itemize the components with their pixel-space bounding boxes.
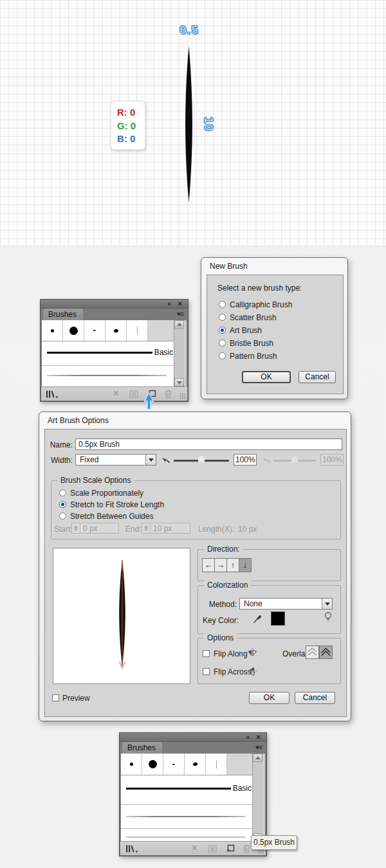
brush-libraries-icon[interactable]	[45, 390, 59, 399]
remove-brush-stroke-icon: ✕	[191, 844, 198, 853]
brush-thumb-thin-line[interactable]	[206, 754, 227, 775]
radio-scale-proportionately[interactable]	[59, 489, 66, 496]
direction-right-button[interactable]: →	[214, 558, 227, 572]
radio-stretch-to-fit[interactable]	[59, 501, 66, 508]
direction-up-button[interactable]: ↑	[226, 558, 239, 572]
radio-bristle-brush[interactable]	[219, 339, 226, 347]
new-brush-icon[interactable]	[226, 844, 235, 853]
radio-art-brush[interactable]	[219, 327, 226, 334]
panel-header: « ✕	[41, 300, 188, 309]
cancel-button[interactable]: Cancel	[299, 371, 336, 383]
start-field: 0 px	[71, 523, 119, 534]
scroll-up-button[interactable]	[253, 754, 262, 762]
name-label: Name:	[49, 440, 73, 449]
brush-libraries-icon[interactable]	[125, 844, 139, 853]
close-panel-icon[interactable]: ✕	[178, 300, 183, 309]
rgb-green-line: G: 0	[117, 120, 145, 133]
radio-calligraphic-brush-label[interactable]: Calligraphic Brush	[230, 300, 292, 309]
art-brush-dialog-body: Name: 0.5px Brush Width: Fixed 100% 100%…	[44, 429, 347, 717]
preview-checkbox[interactable]	[52, 694, 59, 701]
direction-legend: Direction:	[204, 545, 243, 554]
brush-name-input[interactable]: 0.5px Brush	[75, 439, 342, 450]
spinner-icon	[142, 523, 151, 533]
scrollbar[interactable]	[252, 754, 262, 842]
radio-pattern-brush-label[interactable]: Pattern Brush	[230, 352, 277, 361]
brush-row-gray[interactable]	[42, 366, 174, 386]
radio-stretch-between-guides-label[interactable]: Stretch Between Guides	[70, 512, 153, 521]
key-color-label: Key Color:	[203, 616, 239, 625]
dropdown-arrow-icon	[145, 455, 156, 465]
cancel-button[interactable]: Cancel	[295, 692, 335, 704]
flip-along-checkbox[interactable]	[203, 650, 210, 657]
brush-thumb-dot-small[interactable]	[121, 754, 142, 775]
brush-thumb-thin-line[interactable]	[127, 320, 148, 341]
brush-type-prompt: Select a new brush type:	[217, 284, 302, 293]
ok-button[interactable]: OK	[249, 692, 290, 704]
direction-left-button[interactable]: ←	[202, 558, 215, 572]
radio-scatter-brush[interactable]	[219, 314, 226, 321]
dialog-title: Art Brush Options	[48, 416, 109, 425]
direction-down-button[interactable]: ↓	[239, 558, 252, 572]
brush-row-new[interactable]	[121, 829, 253, 842]
brush-row-basic[interactable]: Basic	[121, 775, 253, 805]
panel-resize-grip[interactable]	[179, 393, 186, 399]
remove-brush-stroke-icon: ✕	[113, 389, 119, 398]
overlap-none-button[interactable]	[306, 646, 319, 659]
panel-menu-icon[interactable]: ▾≡	[177, 310, 183, 318]
brush-scale-options-group: Brush Scale Options Scale Proportionatel…	[51, 480, 341, 539]
brush-thumb-speck[interactable]	[84, 320, 106, 341]
radio-bristle-brush-label[interactable]: Bristle Brush	[230, 339, 273, 348]
radio-art-brush-label[interactable]: Art Brush	[230, 326, 262, 335]
gray-stroke-preview	[126, 816, 245, 817]
width-dimension-label: 0.5	[174, 23, 205, 37]
brush-thumb-oval[interactable]	[106, 320, 127, 341]
key-color-swatch[interactable]	[271, 611, 285, 626]
radio-calligraphic-brush[interactable]	[219, 301, 226, 308]
options-legend: Options	[204, 633, 237, 642]
close-panel-icon[interactable]: ✕	[256, 733, 261, 742]
scroll-down-button[interactable]	[174, 378, 184, 386]
width-percent-field[interactable]: 100%	[234, 454, 257, 466]
lightbulb-icon	[324, 611, 332, 623]
ok-button[interactable]: OK	[242, 371, 291, 383]
flip-across-label[interactable]: Flip Across	[214, 667, 252, 676]
rgb-blue-line: B: 0	[117, 132, 145, 146]
radio-scale-proportionately-label[interactable]: Scale Proportionately	[70, 489, 143, 498]
basic-label: Basic	[233, 784, 252, 793]
tab-brushes[interactable]: Brushes	[122, 742, 162, 754]
radio-pattern-brush[interactable]	[219, 352, 226, 359]
brush-thumb-dot-large[interactable]	[63, 320, 84, 341]
brush-thumb-oval[interactable]	[185, 754, 206, 775]
radio-stretch-between-guides[interactable]	[59, 512, 66, 520]
width-type-dropdown[interactable]: Fixed	[75, 454, 156, 466]
collapse-panel-icon[interactable]: «	[167, 300, 171, 308]
scroll-up-button[interactable]	[174, 320, 184, 329]
preview-label[interactable]: Preview	[62, 694, 90, 703]
scrollbar[interactable]	[174, 320, 184, 386]
flip-along-label[interactable]: Flip Along	[214, 649, 248, 658]
brushes-panel-bottom: « ✕ Brushes ▾≡ Basic	[119, 732, 267, 856]
brush-thumb-speck[interactable]	[163, 754, 185, 775]
radio-scatter-brush-label[interactable]: Scatter Brush	[230, 313, 277, 322]
brush-thumb-dot-small[interactable]	[42, 320, 63, 341]
colorization-legend: Colorization	[204, 581, 251, 590]
brush-thumb-dot-large[interactable]	[142, 754, 163, 775]
colorization-method-dropdown[interactable]: None	[239, 598, 333, 610]
brush-row-basic[interactable]: Basic	[42, 341, 174, 366]
brush-row-gray[interactable]	[121, 805, 253, 829]
flip-across-checkbox[interactable]	[203, 668, 210, 675]
colorization-group: Colorization Method: None Key Color:	[198, 585, 341, 634]
panel-tab-bar: Brushes ▾≡	[120, 742, 266, 754]
tab-brushes[interactable]: Brushes	[43, 309, 83, 320]
overlap-adjust-button[interactable]	[319, 646, 333, 659]
width-slider-handle[interactable]	[198, 455, 205, 462]
pen-pressure-icon-disabled	[262, 456, 271, 464]
new-brush-dialog-body: Select a new brush type: Calligraphic Br…	[207, 275, 344, 394]
brush-shape[interactable]	[185, 46, 193, 203]
gray-stroke-preview	[47, 375, 167, 376]
radio-stretch-to-fit-label[interactable]: Stretch to Fit Stroke Length	[70, 500, 164, 509]
panel-menu-icon[interactable]: ▾≡	[255, 743, 262, 752]
collapse-panel-icon[interactable]: «	[246, 733, 250, 741]
flip-across-icon	[247, 665, 257, 677]
eyedropper-icon[interactable]	[253, 613, 262, 624]
